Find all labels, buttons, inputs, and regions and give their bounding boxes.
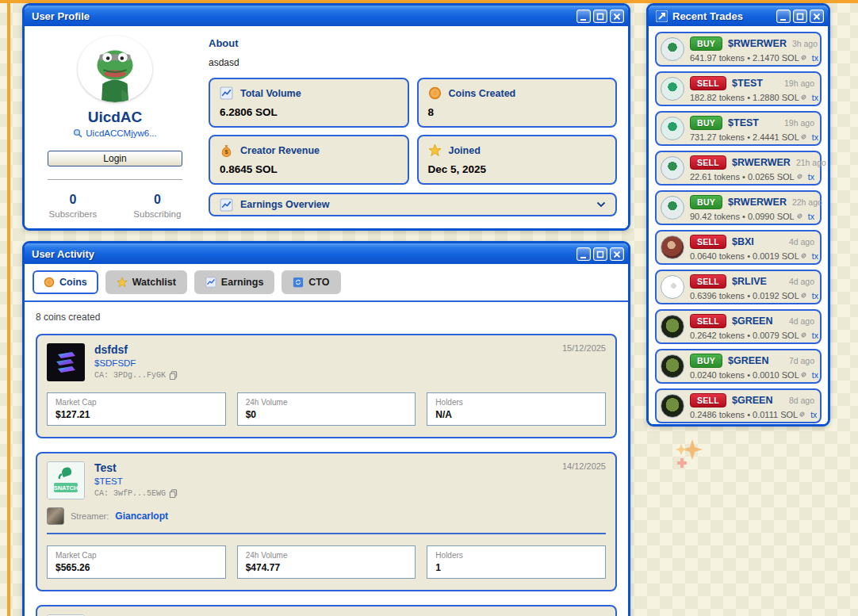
close-button[interactable] (610, 247, 624, 261)
subscribing-counter: 0 Subscribing (133, 193, 181, 219)
holders-box: Holders N/A (427, 392, 606, 426)
token-avatar (661, 117, 684, 140)
trade-row: BUY $TEST 19h ago 731.27 tokens • 2.4441… (655, 111, 822, 146)
volume-box: 24h Volume $474.77 (237, 545, 416, 579)
stat-card-value: 8 (428, 106, 607, 118)
trade-amount: 0.2486 tokens • 0.0111 SOL (690, 410, 798, 419)
recent-trades-window: Recent Trades BUY $RWERWER 3h ago 641.97… (646, 3, 830, 427)
streamer-name-link[interactable]: Giancarlopt (115, 511, 168, 522)
chart-icon (205, 277, 216, 288)
holders-label: Holders (435, 551, 597, 560)
copy-icon[interactable] (169, 489, 178, 498)
tx-link[interactable]: tx (812, 370, 818, 380)
tx-link[interactable]: tx (812, 132, 818, 142)
tab-cto[interactable]: CTO (282, 270, 340, 294)
user-activity-titlebar[interactable]: User Activity (25, 243, 628, 264)
token-avatar (661, 394, 684, 418)
wallet-address-link[interactable]: UicdACCMjyw6... (73, 128, 156, 138)
close-button[interactable] (610, 10, 624, 23)
tab-coins[interactable]: Coins (33, 270, 98, 294)
tx-link[interactable]: tx (812, 93, 818, 102)
login-button[interactable]: Login (48, 151, 182, 166)
maximize-button[interactable] (793, 10, 807, 23)
minimize-button[interactable] (576, 10, 591, 23)
trade-time: 22h ago (792, 197, 822, 207)
maximize-button[interactable] (593, 10, 607, 23)
minimize-button[interactable] (576, 247, 591, 261)
sell-badge: SELL (690, 314, 726, 328)
trade-amount: 22.61 tokens • 0.0265 SOL (690, 172, 795, 182)
close-button[interactable] (810, 10, 824, 23)
copy-icon[interactable] (169, 371, 178, 380)
coin-card-werwe: 14/12/2025 werwe $RWERWER CA: J6LP...44s… (36, 605, 617, 616)
trade-amount: 0.0240 tokens • 0.0010 SOL (690, 370, 799, 380)
about-heading: About (209, 37, 617, 49)
link-icon[interactable] (799, 93, 808, 101)
link-icon[interactable] (799, 251, 808, 260)
link-icon[interactable] (799, 331, 808, 339)
stat-card-creator-revenue: $ Creator Revenue 0.8645 SOL (209, 135, 409, 185)
trade-row: SELL $RLIVE 4d ago 0.6396 tokens • 0.019… (655, 270, 822, 304)
streamer-label: Streamer: (71, 511, 109, 521)
holders-value: N/A (435, 409, 597, 420)
trade-time: 3h ago (792, 39, 818, 48)
sell-badge: SELL (690, 76, 726, 90)
link-icon[interactable] (799, 291, 808, 300)
tx-link[interactable]: tx (812, 331, 818, 340)
coin-name: dsfdsf (94, 343, 178, 356)
tx-link[interactable]: tx (812, 53, 818, 63)
trade-time: 21h ago (796, 158, 826, 167)
link-icon[interactable] (795, 212, 804, 220)
coin-card-dsfdsf: 15/12/2025 dsfdsf $SDFSDF CA: 3PDg...FyG… (36, 334, 617, 438)
buy-badge: BUY (690, 116, 722, 130)
trade-time: 7d ago (789, 356, 814, 365)
sell-badge: SELL (690, 155, 726, 170)
holders-label: Holders (435, 398, 597, 407)
left-accent-strip (7, 0, 10, 616)
token-avatar (661, 315, 684, 339)
trade-symbol: $GREEN (728, 355, 783, 366)
tx-link[interactable]: tx (808, 172, 814, 182)
market-cap-value: $565.26 (56, 562, 217, 573)
tx-link[interactable]: tx (808, 212, 814, 221)
link-icon[interactable] (799, 132, 808, 141)
recent-trades-titlebar[interactable]: Recent Trades (649, 6, 828, 26)
maximize-button[interactable] (593, 247, 607, 261)
earnings-overview-toggle[interactable]: Earnings Overview (209, 193, 617, 216)
trades-icon (656, 10, 668, 22)
stat-card-label: Creator Revenue (240, 145, 320, 156)
holders-value: 1 (435, 562, 597, 573)
chart-icon (220, 86, 233, 100)
magnifier-icon (73, 128, 82, 138)
coin-icon (44, 277, 55, 288)
link-icon[interactable] (799, 53, 808, 62)
earnings-overview-label: Earnings Overview (240, 199, 589, 210)
stat-card-value: 0.8645 SOL (220, 163, 398, 175)
tx-link[interactable]: tx (812, 251, 818, 261)
subscribers-counter: 0 Subscribers (49, 193, 98, 219)
link-icon[interactable] (795, 172, 804, 181)
token-avatar (661, 37, 684, 61)
link-icon[interactable] (799, 370, 808, 379)
market-cap-label: Market Cap (56, 551, 217, 560)
trade-row: SELL $GREEN 8d ago 0.2486 tokens • 0.011… (655, 388, 822, 423)
tx-link[interactable]: tx (810, 410, 817, 419)
trade-row: SELL $RWERWER 21h ago 22.61 tokens • 0.0… (655, 151, 822, 186)
tx-link[interactable]: tx (812, 291, 818, 300)
coins-created-summary: 8 coins created (36, 312, 617, 323)
minimize-button[interactable] (776, 10, 791, 23)
token-avatar (661, 156, 684, 180)
buy-badge: BUY (690, 354, 722, 368)
coin-card-test: 14/12/2025 SNATCH Test $TEST CA: 3wfP...… (36, 452, 617, 591)
trade-symbol: $GREEN (732, 316, 783, 327)
user-profile-titlebar[interactable]: User Profile (25, 6, 628, 26)
trade-time: 19h ago (784, 78, 814, 88)
trade-row: SELL $TEST 19h ago 182.82 tokens • 1.288… (655, 71, 822, 106)
tab-watchlist[interactable]: Watchlist (105, 270, 187, 294)
coin-logo-snatch: SNATCH (47, 461, 85, 499)
link-icon[interactable] (798, 410, 806, 419)
trade-row: SELL $GREEN 4d ago 0.2642 tokens • 0.007… (655, 309, 822, 344)
token-avatar (661, 196, 684, 220)
market-cap-label: Market Cap (56, 398, 217, 407)
tab-earnings[interactable]: Earnings (194, 270, 275, 294)
